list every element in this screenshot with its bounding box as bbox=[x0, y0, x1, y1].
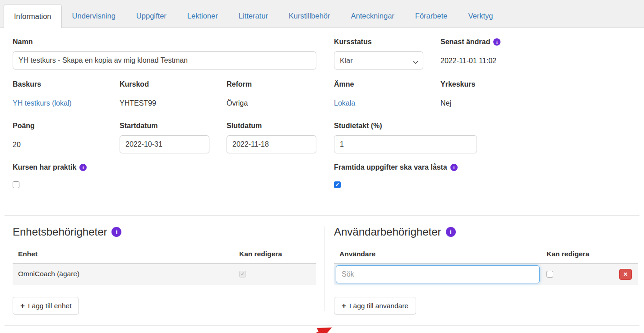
reform-label: Reform bbox=[227, 80, 252, 88]
namn-label: Namn bbox=[13, 38, 316, 46]
anvandare-table: Användare Kan redigera ✕ bbox=[334, 246, 638, 285]
enhetsbehorigheter-title: Enhetsbehörigheter i bbox=[13, 226, 316, 238]
baskurs-link[interactable]: YH testkurs (lokal) bbox=[13, 99, 72, 107]
add-enhet-button[interactable]: + Lägg till enhet bbox=[13, 297, 79, 314]
enhetsbehorigheter-section: Enhetsbehörigheter i Enhet Kan redigera … bbox=[13, 216, 324, 314]
kursstatus-select[interactable]: Klar bbox=[334, 51, 423, 69]
yrkeskurs-value: Nej bbox=[440, 99, 475, 107]
tab-bar: Information Undervisning Uppgifter Lekti… bbox=[0, 0, 644, 28]
info-icon[interactable]: i bbox=[111, 227, 121, 237]
kursen-har-praktik-label: Kursen har praktik i bbox=[13, 163, 87, 171]
namn-input[interactable] bbox=[13, 51, 316, 69]
slutdatum-input[interactable] bbox=[227, 135, 316, 153]
tab-forarbete[interactable]: Förarbete bbox=[405, 4, 458, 28]
add-anvandare-button[interactable]: + Lägg till användare bbox=[334, 297, 416, 314]
anvandarbehorigheter-title: Användarbehörigheter i bbox=[334, 226, 638, 238]
info-icon[interactable]: i bbox=[493, 38, 500, 46]
framtida-uppgifter-label: Framtida uppgifter ska vara låsta i bbox=[334, 163, 458, 171]
table-row: ✕ bbox=[334, 264, 638, 285]
poang-label: Poäng bbox=[13, 122, 35, 130]
tab-uppgifter[interactable]: Uppgifter bbox=[126, 4, 177, 28]
enhet-kan-redigera-checkbox: ✓ bbox=[239, 271, 246, 278]
amne-link[interactable]: Lokala bbox=[334, 99, 355, 107]
poang-value: 20 bbox=[13, 141, 35, 149]
anvandare-search-input[interactable] bbox=[336, 265, 540, 283]
enhet-table: Enhet Kan redigera OmniCoach (ägare) ✓ bbox=[13, 246, 316, 285]
tab-information[interactable]: Information bbox=[4, 4, 62, 28]
anvandare-kan-redigera-checkbox[interactable] bbox=[547, 271, 553, 278]
kurskod-value: YHTEST99 bbox=[120, 99, 156, 107]
studietakt-input[interactable] bbox=[334, 135, 477, 153]
anvandarbehorigheter-section: Användarbehörigheter i Användare Kan red… bbox=[324, 216, 638, 314]
bottom-divider bbox=[5, 325, 639, 326]
kan-redigera-column-header: Kan redigera bbox=[239, 250, 282, 258]
delete-row-button[interactable]: ✕ bbox=[619, 269, 632, 280]
enhet-row-name: OmniCoach (ägare) bbox=[18, 270, 79, 278]
close-icon: ✕ bbox=[623, 271, 628, 278]
info-icon[interactable]: i bbox=[446, 227, 456, 237]
anvandare-column-header: Användare bbox=[339, 250, 375, 258]
slutdatum-label: Slutdatum bbox=[227, 122, 316, 130]
tab-lektioner[interactable]: Lektioner bbox=[177, 4, 228, 28]
course-information-form: Namn Kursstatus Klar Senast ändrad i 202… bbox=[0, 38, 644, 326]
senast-andrad-value: 2022-11-01 11:02 bbox=[440, 57, 500, 65]
baskurs-label: Baskurs bbox=[13, 80, 72, 88]
framtida-uppgifter-checkbox[interactable]: ✓ bbox=[334, 181, 341, 188]
enhet-column-header: Enhet bbox=[18, 250, 37, 258]
tab-verktyg[interactable]: Verktyg bbox=[458, 4, 503, 28]
plus-icon: + bbox=[342, 302, 346, 310]
plus-icon: + bbox=[20, 302, 25, 310]
startdatum-label: Startdatum bbox=[120, 122, 209, 130]
table-row: OmniCoach (ägare) ✓ bbox=[13, 264, 316, 285]
tab-undervisning[interactable]: Undervisning bbox=[62, 4, 126, 28]
yrkeskurs-label: Yrkeskurs bbox=[440, 80, 475, 88]
info-icon[interactable]: i bbox=[450, 164, 458, 171]
tab-anteckningar[interactable]: Anteckningar bbox=[341, 4, 405, 28]
senast-andrad-label: Senast ändrad i bbox=[440, 38, 500, 46]
annotation-arrow bbox=[286, 323, 336, 333]
reform-value: Övriga bbox=[227, 99, 252, 107]
studietakt-label: Studietakt (%) bbox=[334, 122, 477, 130]
kan-redigera-column-header: Kan redigera bbox=[547, 250, 589, 258]
startdatum-input[interactable] bbox=[120, 135, 209, 153]
info-icon[interactable]: i bbox=[79, 164, 87, 171]
amne-label: Ämne bbox=[334, 80, 355, 88]
kursen-har-praktik-checkbox[interactable] bbox=[13, 181, 19, 188]
tab-kurstillbehor[interactable]: Kurstillbehör bbox=[278, 4, 341, 28]
kurskod-label: Kurskod bbox=[120, 80, 156, 88]
kursstatus-label: Kursstatus bbox=[334, 38, 423, 46]
tab-litteratur[interactable]: Litteratur bbox=[228, 4, 278, 28]
